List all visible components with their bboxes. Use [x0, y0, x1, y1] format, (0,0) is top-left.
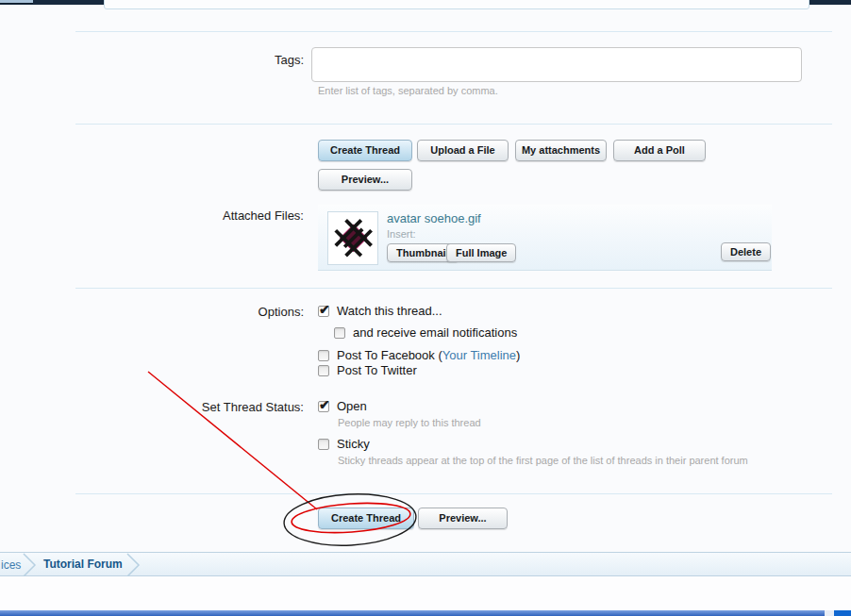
- section-divider: [75, 31, 832, 32]
- upload-file-button[interactable]: Upload a File: [417, 140, 509, 161]
- delete-attachment-button[interactable]: Delete: [721, 242, 771, 261]
- add-poll-button[interactable]: Add a Poll: [613, 140, 706, 161]
- section-divider: [75, 288, 832, 289]
- attachment-thumbnail-image[interactable]: [327, 211, 378, 265]
- message-editor-bottom[interactable]: [104, 0, 809, 9]
- post-facebook-checkbox[interactable]: [318, 350, 329, 361]
- attachment-filename-link[interactable]: avatar soehoe.gif: [387, 211, 481, 225]
- tags-input[interactable]: [311, 47, 802, 82]
- preview-button-top[interactable]: Preview...: [318, 169, 412, 191]
- preview-button-bottom[interactable]: Preview...: [418, 508, 508, 529]
- bottom-bar-gap: [825, 610, 834, 616]
- browser-tab-stub[interactable]: [0, 0, 33, 4]
- create-thread-button-top[interactable]: Create Thread: [318, 140, 412, 161]
- chevron-right-icon: [126, 553, 141, 577]
- email-notifications-checkbox[interactable]: [334, 327, 345, 339]
- status-open-checkbox[interactable]: [318, 401, 329, 412]
- attachment-row: avatar soehoe.gif Insert: Thumbnail Full…: [318, 205, 772, 271]
- section-divider: [75, 493, 832, 494]
- post-facebook-label[interactable]: Post To Facebook (Your Timeline): [337, 348, 520, 362]
- breadcrumb: ices Tutorial Forum: [0, 552, 851, 576]
- watch-thread-label[interactable]: Watch this thread...: [337, 304, 442, 318]
- post-facebook-text: Post To Facebook (: [337, 348, 442, 362]
- options-label: Options:: [75, 305, 304, 319]
- chevron-right-icon: [23, 553, 37, 577]
- post-facebook-suffix: ): [516, 348, 520, 362]
- create-thread-page: Tags: Enter list of tags, separated by c…: [0, 0, 851, 616]
- post-twitter-label[interactable]: Post To Twitter: [337, 363, 417, 377]
- status-sticky-hint: Sticky threads appear at the top of the …: [338, 455, 748, 466]
- your-timeline-link[interactable]: Your Timeline: [442, 348, 516, 362]
- insert-label: Insert:: [387, 228, 416, 240]
- post-twitter-checkbox[interactable]: [318, 365, 329, 376]
- breadcrumb-item-tutorial-forum[interactable]: Tutorial Forum: [43, 558, 123, 571]
- thread-list-strip: g..... 9 minutes ago: [0, 576, 851, 610]
- status-sticky-checkbox[interactable]: [318, 439, 329, 450]
- create-thread-button-bottom[interactable]: Create Thread: [318, 508, 414, 529]
- soehoe-logo-image: [333, 217, 373, 260]
- thread-status-label: Set Thread Status:: [75, 400, 304, 414]
- bottom-bar-right-segment: [834, 610, 851, 616]
- status-sticky-label[interactable]: Sticky: [337, 437, 370, 451]
- annotation-arrow-line: [148, 372, 317, 509]
- breadcrumb-item-truncated[interactable]: ices: [1, 558, 21, 572]
- tags-label: Tags:: [75, 53, 304, 67]
- bottom-blue-bar: [0, 610, 825, 616]
- my-attachments-button[interactable]: My attachments: [515, 140, 607, 161]
- insert-full-image-button[interactable]: Full Image: [446, 243, 516, 262]
- status-open-hint: People may reply to this thread: [338, 417, 481, 428]
- attached-files-label: Attached Files:: [75, 208, 304, 223]
- email-notifications-label[interactable]: and receive email notifications: [353, 325, 517, 340]
- status-open-label[interactable]: Open: [337, 399, 367, 413]
- section-divider: [75, 124, 832, 125]
- watch-thread-checkbox[interactable]: [318, 306, 329, 317]
- tags-hint: Enter list of tags, separated by comma.: [318, 85, 498, 96]
